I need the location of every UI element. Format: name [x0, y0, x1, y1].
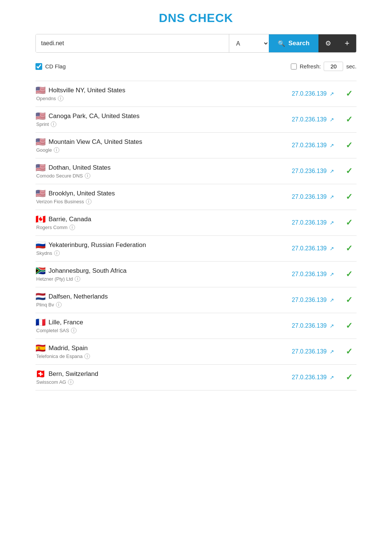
ip-address-link[interactable]: 27.0.236.139 [292, 168, 327, 175]
status-check-icon: ✓ [346, 347, 352, 356]
settings-button[interactable]: ⚙ [318, 34, 338, 52]
country-flag: 🇨🇦 [35, 215, 46, 223]
result-location: 🇳🇱 Dalfsen, Netherlands Plinq Bv i [35, 293, 267, 308]
ip-address-link[interactable]: 27.0.236.139 [292, 374, 327, 381]
provider-row: Rogers Comm i [35, 225, 267, 230]
result-status: ✓ [342, 166, 357, 176]
search-button[interactable]: 🔍 Search [269, 34, 318, 52]
table-row: 🇫🇷 Lille, France Completel SAS i 27.0.23… [35, 313, 357, 339]
provider-row: Swisscom AG i [35, 379, 267, 385]
info-icon[interactable]: i [68, 379, 74, 385]
result-ip: 27.0.236.139 ↗ [267, 142, 342, 149]
external-link-icon[interactable]: ↗ [330, 142, 334, 148]
ip-address-link[interactable]: 27.0.236.139 [292, 245, 327, 252]
table-row: 🇺🇸 Brooklyn, United States Verizon Fios … [35, 184, 357, 210]
info-icon[interactable]: i [75, 276, 80, 282]
record-type-select[interactable]: A AAAA MX NS TXT CNAME [229, 34, 269, 52]
location-main: 🇨🇦 Barrie, Canada [35, 215, 267, 223]
country-flag: 🇳🇱 [35, 293, 46, 301]
status-check-icon: ✓ [346, 166, 352, 176]
provider-row: Opendns i [35, 96, 267, 101]
info-icon[interactable]: i [84, 353, 90, 359]
status-check-icon: ✓ [346, 192, 352, 202]
country-flag: 🇺🇸 [35, 164, 46, 172]
ip-address-link[interactable]: 27.0.236.139 [292, 271, 327, 278]
external-link-icon[interactable]: ↗ [330, 297, 334, 303]
gear-icon: ⚙ [325, 39, 331, 47]
status-check-icon: ✓ [346, 321, 352, 331]
external-link-icon[interactable]: ↗ [330, 220, 334, 226]
status-check-icon: ✓ [346, 373, 352, 382]
ip-address-link[interactable]: 27.0.236.139 [292, 142, 327, 149]
location-main: 🇺🇸 Dothan, United States [35, 164, 267, 172]
ip-address-link[interactable]: 27.0.236.139 [292, 297, 327, 303]
external-link-icon[interactable]: ↗ [330, 117, 334, 123]
refresh-interval-input[interactable] [324, 62, 343, 71]
options-bar: CD Flag Refresh: sec. [35, 59, 357, 74]
info-icon[interactable]: i [54, 147, 59, 153]
result-location: 🇨🇦 Barrie, Canada Rogers Comm i [35, 215, 267, 230]
country-flag: 🇨🇭 [35, 370, 46, 378]
add-button[interactable]: + [338, 34, 356, 52]
ip-address-link[interactable]: 27.0.236.139 [292, 219, 327, 226]
status-check-icon: ✓ [346, 269, 352, 279]
result-location: 🇷🇺 Yekaterinburg, Russian Federation Sky… [35, 241, 267, 256]
external-link-icon[interactable]: ↗ [330, 271, 334, 277]
location-main: 🇷🇺 Yekaterinburg, Russian Federation [35, 241, 267, 249]
cd-flag-checkbox[interactable] [35, 63, 42, 70]
location-text: Yekaterinburg, Russian Federation [49, 241, 146, 249]
location-main: 🇪🇸 Madrid, Spain [35, 344, 267, 352]
result-location: 🇪🇸 Madrid, Spain Telefonica de Espana i [35, 344, 267, 359]
info-icon[interactable]: i [85, 173, 90, 179]
ip-address-link[interactable]: 27.0.236.139 [292, 348, 327, 355]
info-icon[interactable]: i [54, 250, 60, 256]
location-main: 🇺🇸 Mountain View CA, United States [35, 138, 267, 146]
location-text: Lille, France [49, 319, 83, 326]
provider-row: Telefonica de Espana i [35, 353, 267, 359]
country-flag: 🇺🇸 [35, 86, 46, 95]
refresh-checkbox[interactable] [291, 64, 297, 70]
status-check-icon: ✓ [346, 89, 352, 99]
search-bar: A AAAA MX NS TXT CNAME 🔍 Search ⚙ + [35, 34, 357, 53]
external-link-icon[interactable]: ↗ [330, 194, 334, 200]
info-icon[interactable]: i [86, 199, 91, 204]
info-icon[interactable]: i [71, 328, 77, 333]
country-flag: 🇫🇷 [35, 318, 46, 327]
info-icon[interactable]: i [58, 96, 63, 101]
ip-address-link[interactable]: 27.0.236.139 [292, 194, 327, 200]
external-link-icon[interactable]: ↗ [330, 323, 334, 329]
location-main: 🇳🇱 Dalfsen, Netherlands [35, 293, 267, 301]
ip-address-link[interactable]: 27.0.236.139 [292, 116, 327, 123]
provider-name: Skydns [36, 250, 52, 256]
info-icon[interactable]: i [69, 225, 75, 230]
ip-address-link[interactable]: 27.0.236.139 [292, 90, 327, 97]
result-ip: 27.0.236.139 ↗ [267, 168, 342, 175]
status-check-icon: ✓ [346, 140, 352, 150]
result-status: ✓ [342, 244, 357, 253]
result-status: ✓ [342, 89, 357, 99]
info-icon[interactable]: i [51, 121, 56, 127]
info-icon[interactable]: i [56, 302, 62, 308]
refresh-group: Refresh: sec. [291, 62, 357, 71]
provider-name: Telefonica de Espana [36, 353, 83, 359]
external-link-icon[interactable]: ↗ [330, 349, 334, 355]
cd-flag-label: CD Flag [45, 63, 66, 70]
table-row: 🇨🇭 Bern, Switzerland Swisscom AG i 27.0.… [35, 365, 357, 390]
search-icon: 🔍 [278, 40, 285, 47]
country-flag: 🇪🇸 [35, 344, 46, 352]
external-link-icon[interactable]: ↗ [330, 168, 334, 174]
cd-flag-group: CD Flag [35, 63, 66, 70]
external-link-icon[interactable]: ↗ [330, 91, 334, 97]
external-link-icon[interactable]: ↗ [330, 374, 334, 380]
result-location: 🇺🇸 Canoga Park, CA, United States Sprint… [35, 112, 267, 127]
ip-address-link[interactable]: 27.0.236.139 [292, 322, 327, 329]
external-link-icon[interactable]: ↗ [330, 245, 334, 251]
provider-name: Verizon Fios Business [36, 199, 84, 204]
location-text: Dothan, United States [49, 164, 111, 172]
status-check-icon: ✓ [346, 244, 352, 253]
domain-input[interactable] [36, 34, 229, 52]
result-ip: 27.0.236.139 ↗ [267, 374, 342, 381]
location-main: 🇺🇸 Brooklyn, United States [35, 189, 267, 198]
result-ip: 27.0.236.139 ↗ [267, 322, 342, 329]
result-status: ✓ [342, 347, 357, 356]
